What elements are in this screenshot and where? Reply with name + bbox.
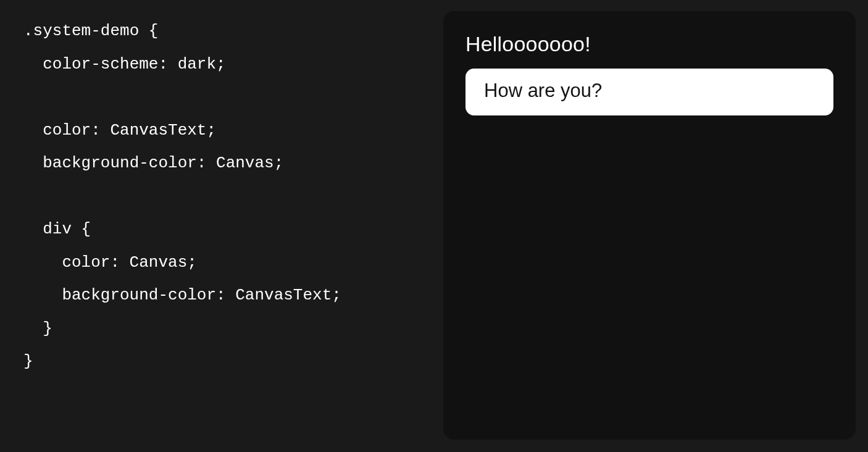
demo-heading: Hellooooooo! — [465, 32, 833, 56]
code-line-2: color-scheme: dark; — [23, 48, 226, 82]
code-line-1: .system-demo { — [23, 22, 158, 40]
code-line-10: } — [23, 312, 52, 346]
demo-inner-box: How are you? — [465, 69, 833, 115]
code-line-11: } — [23, 352, 33, 370]
code-line-8: color: Canvas; — [23, 246, 197, 280]
demo-panel: Hellooooooo! How are you? — [443, 11, 856, 440]
code-line-5: background-color: Canvas; — [23, 147, 283, 180]
code-line-9: background-color: CanvasText; — [23, 279, 341, 312]
code-line-4: color: CanvasText; — [23, 114, 216, 148]
code-snippet: .system-demo { color-scheme: dark; color… — [23, 11, 419, 440]
layout-container: .system-demo { color-scheme: dark; color… — [0, 0, 868, 452]
code-line-7: div { — [23, 213, 91, 246]
